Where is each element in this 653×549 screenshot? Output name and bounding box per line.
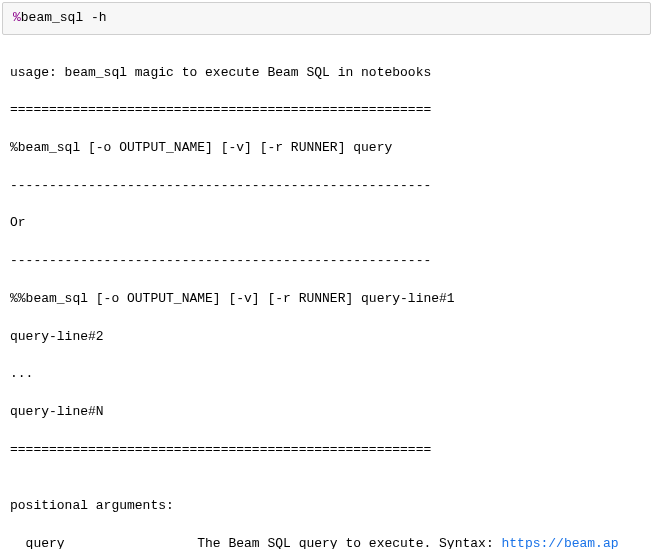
usage-line: usage: beam_sql magic to execute Beam SQ… xyxy=(10,64,643,83)
syntax-line-magic: %beam_sql [-o OUTPUT_NAME] [-v] [-r RUNN… xyxy=(10,139,643,158)
positional-header: positional arguments: xyxy=(10,497,643,516)
syntax-cell-magic-2: query-line#2 xyxy=(10,328,643,347)
code-input-cell[interactable]: %beam_sql -h xyxy=(2,2,651,35)
syntax-link[interactable]: https://beam.ap xyxy=(501,536,618,549)
magic-prefix: % xyxy=(13,10,21,25)
positional-query-text: query The Beam SQL query to execute. Syn… xyxy=(10,536,501,549)
syntax-cell-magic-1: %%beam_sql [-o OUTPUT_NAME] [-v] [-r RUN… xyxy=(10,290,643,309)
separator: ========================================… xyxy=(10,101,643,120)
code-output-cell: usage: beam_sql magic to execute Beam SQ… xyxy=(0,41,653,549)
separator: ========================================… xyxy=(10,441,643,460)
syntax-cell-magic-4: query-line#N xyxy=(10,403,643,422)
separator-dash: ----------------------------------------… xyxy=(10,252,643,271)
magic-command: beam_sql xyxy=(21,10,83,25)
syntax-cell-magic-3: ... xyxy=(10,365,643,384)
help-flag: -h xyxy=(83,10,106,25)
or-label: Or xyxy=(10,214,643,233)
positional-query-l1: query The Beam SQL query to execute. Syn… xyxy=(10,535,643,549)
separator-dash: ----------------------------------------… xyxy=(10,177,643,196)
